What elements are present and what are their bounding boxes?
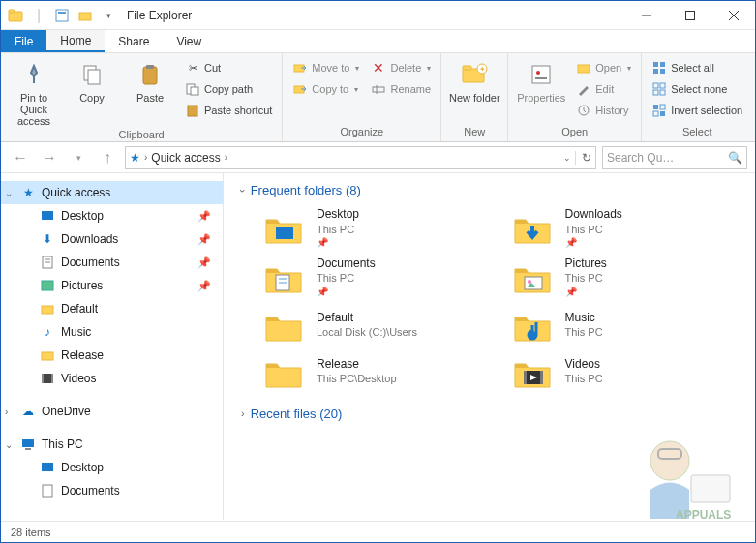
folder-item-documents[interactable]: DocumentsThis PC📌 — [260, 256, 490, 298]
tree-default[interactable]: Default — [1, 297, 223, 320]
select-group-label: Select — [648, 124, 746, 139]
refresh-button[interactable]: ↻ — [575, 151, 591, 165]
pin-icon: 📌 — [197, 256, 211, 269]
copy-to-button[interactable]: Copy to▾ — [288, 78, 363, 100]
folder-item-desktop[interactable]: DesktopThis PC📌 — [260, 207, 490, 249]
ribbon-group-organize: Move to▾ Copy to▾ ✕Delete▾ Rename Organi… — [283, 53, 441, 141]
copy-button[interactable]: Copy — [65, 55, 119, 104]
folder-item-release[interactable]: ReleaseThis PC\Desktop — [260, 352, 490, 391]
tab-view[interactable]: View — [163, 30, 215, 52]
cut-button[interactable]: ✂Cut — [181, 57, 276, 78]
forward-button[interactable]: → — [38, 146, 61, 169]
content-pane[interactable]: › Frequent folders (8) DesktopThis PC📌Do… — [224, 173, 755, 520]
edit-icon — [576, 81, 591, 97]
app-icon — [5, 5, 26, 26]
newfolder-label: New folder — [449, 92, 500, 104]
tree-pictures[interactable]: Pictures📌 — [1, 274, 223, 297]
select-none-button[interactable]: Select none — [648, 78, 746, 100]
invert-icon — [651, 103, 667, 118]
tree-release[interactable]: Release — [1, 344, 223, 367]
tree-desktop2[interactable]: Desktop — [1, 456, 223, 479]
selectnone-icon — [651, 81, 667, 97]
maximize-button[interactable] — [668, 1, 711, 30]
frequent-folders-header[interactable]: › Frequent folders (8) — [241, 183, 738, 197]
navigation-pane[interactable]: ⌄★Quick access Desktop📌 ⬇Downloads📌 Docu… — [1, 173, 224, 520]
folder-icon — [509, 306, 556, 345]
new-folder-button[interactable]: ✦ New folder — [447, 55, 501, 104]
properties-label: Properties — [517, 92, 565, 104]
tab-file[interactable]: File — [1, 30, 46, 52]
up-button[interactable]: ↑ — [96, 146, 119, 169]
recent-files-header[interactable]: › Recent files (20) — [241, 407, 738, 421]
invert-selection-button[interactable]: Invert selection — [648, 100, 746, 121]
pin-to-quick-access-button[interactable]: Pin to Quick access — [7, 55, 61, 127]
close-button[interactable] — [711, 1, 755, 30]
folder-item-videos[interactable]: VideosThis PC — [509, 352, 739, 391]
titlebar: | ▾ File Explorer — [1, 1, 755, 30]
folder-location: This PC — [317, 223, 359, 236]
qat-newfolder-icon[interactable] — [75, 5, 96, 26]
tab-share[interactable]: Share — [105, 30, 163, 52]
folder-item-default[interactable]: DefaultLocal Disk (C:)\Users — [260, 306, 490, 345]
tree-documents[interactable]: Documents📌 — [1, 251, 223, 274]
folder-info: DownloadsThis PC📌 — [565, 207, 622, 249]
address-dropdown[interactable]: ⌄ — [563, 153, 571, 163]
open-button[interactable]: Open▾ — [572, 57, 635, 78]
qat-dropdown-icon[interactable]: ▾ — [98, 5, 119, 26]
tree-documents2[interactable]: Documents — [1, 479, 223, 502]
svg-rect-47 — [42, 352, 53, 360]
delete-icon: ✕ — [371, 60, 386, 75]
qat-properties-icon[interactable] — [51, 5, 73, 26]
folder-item-downloads[interactable]: DownloadsThis PC📌 — [509, 207, 739, 249]
rename-button[interactable]: Rename — [367, 78, 435, 100]
tree-videos[interactable]: Videos — [1, 367, 223, 390]
clipboard-group-label: Clipboard — [7, 127, 276, 142]
folder-info: PicturesThis PC📌 — [565, 256, 607, 298]
chevron-down-icon: ⌄ — [5, 188, 13, 198]
tree-thispc[interactable]: ⌄This PC — [1, 433, 223, 456]
svg-rect-10 — [88, 70, 100, 84]
paste-button[interactable]: Paste — [123, 55, 177, 104]
folder-item-music[interactable]: MusicThis PC — [509, 306, 739, 345]
svg-rect-27 — [578, 65, 590, 73]
folder-name: Downloads — [565, 207, 622, 223]
svg-rect-32 — [660, 69, 665, 74]
tree-quick-access[interactable]: ⌄★Quick access — [1, 181, 223, 204]
copy-path-button[interactable]: Copy path — [181, 78, 276, 100]
folder-info: DefaultLocal Disk (C:)\Users — [317, 311, 417, 340]
folder-name: Release — [317, 357, 397, 373]
back-button[interactable]: ← — [9, 146, 32, 169]
tab-home[interactable]: Home — [46, 30, 105, 52]
svg-rect-14 — [191, 87, 198, 95]
properties-icon — [526, 59, 557, 90]
tree-music[interactable]: ♪Music — [1, 320, 223, 344]
recent-dropdown[interactable]: ▾ — [67, 146, 90, 169]
thispc-icon — [20, 437, 36, 452]
minimize-button[interactable] — [624, 1, 668, 30]
edit-button[interactable]: Edit — [572, 78, 635, 100]
tree-downloads[interactable]: ⬇Downloads📌 — [1, 227, 223, 251]
address-bar[interactable]: ★ › Quick access › ⌄ ↻ — [125, 146, 596, 169]
properties-button[interactable]: Properties — [514, 55, 568, 104]
svg-rect-46 — [42, 306, 53, 314]
tree-desktop[interactable]: Desktop📌 — [1, 204, 223, 227]
folder-item-pictures[interactable]: PicturesThis PC📌 — [509, 256, 739, 298]
status-text: 28 items — [11, 527, 51, 538]
paste-shortcut-button[interactable]: Paste shortcut — [181, 100, 276, 121]
copy-label: Copy — [79, 92, 105, 104]
history-button[interactable]: History — [572, 100, 635, 121]
breadcrumb-quickaccess[interactable]: Quick access — [151, 151, 220, 165]
delete-button[interactable]: ✕Delete▾ — [367, 57, 435, 78]
search-box[interactable]: Search Qu… 🔍 — [602, 146, 747, 169]
star-icon: ★ — [20, 185, 36, 200]
rename-icon — [371, 81, 386, 97]
tree-onedrive[interactable]: ›☁OneDrive — [1, 400, 223, 423]
folder-name: Documents — [317, 256, 376, 272]
folder-location: This PC — [565, 271, 607, 285]
move-to-button[interactable]: Move to▾ — [288, 57, 363, 78]
svg-rect-6 — [685, 11, 694, 19]
svg-rect-2 — [56, 10, 68, 21]
music-icon: ♪ — [40, 324, 55, 340]
select-all-button[interactable]: Select all — [648, 57, 746, 78]
folder-location: This PC — [565, 223, 622, 236]
